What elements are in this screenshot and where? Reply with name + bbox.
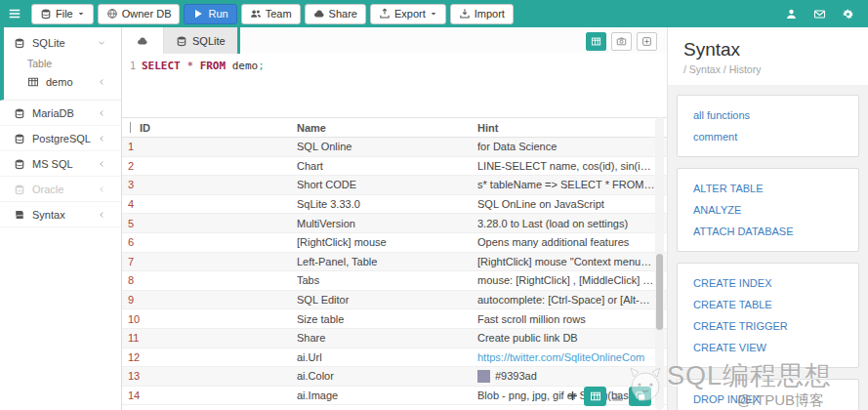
sql-editor[interactable]: 1 SELECT * FROM demo; (122, 54, 667, 117)
cell-id: 14 (122, 390, 297, 401)
cell-id: 3 (122, 179, 297, 190)
table-row[interactable]: 3Short CODEs* tableName => SELECT * FROM… (122, 176, 667, 195)
table-row[interactable]: 2ChartLINE-SELECT name, cos(id), sin(id)… (122, 157, 667, 177)
copy-icon (635, 390, 646, 402)
cell-name: Tabs (297, 274, 477, 286)
export-button[interactable]: Export (370, 4, 446, 24)
team-button[interactable]: Team (241, 4, 301, 24)
share-button[interactable]: Share (305, 4, 366, 24)
syntax-link-alter-table[interactable]: ALTER TABLE (693, 178, 858, 199)
breadcrumb-link-syntax[interactable]: Syntax (689, 63, 721, 75)
chevron-left-icon (97, 184, 106, 194)
scrollbar-thumb[interactable] (656, 254, 663, 330)
run-button[interactable]: Run (184, 4, 236, 24)
column-header-hint[interactable]: Hint (477, 122, 667, 134)
cell-name: SQL Editor (297, 294, 477, 306)
sidebar-database-list: MariaDBPostgreSQLMS SQLOracleSyntax (0, 101, 121, 227)
sidebar-item-sqlite[interactable]: SQLite (4, 31, 121, 55)
mail-icon[interactable] (813, 8, 826, 20)
cell-id: 6 (122, 236, 297, 248)
panel-title: Syntax (683, 39, 868, 61)
table-row[interactable]: 13ai.Color#9393ad (122, 367, 667, 387)
cell-id: 7 (122, 256, 297, 267)
sidebar-item-ms-sql[interactable]: MS SQL (0, 151, 121, 177)
cell-id: 8 (122, 274, 297, 286)
syntax-link-create-trigger[interactable]: CREATE TRIGGER (693, 315, 858, 337)
results-scrollbar[interactable] (655, 117, 664, 410)
syntax-link-create-view[interactable]: CREATE VIEW (693, 337, 858, 358)
database-icon (176, 35, 187, 47)
column-header-id[interactable]: ID (138, 122, 297, 134)
syntax-link-create-table[interactable]: CREATE TABLE (693, 294, 858, 315)
syntax-link-all-functions[interactable]: all functions (693, 104, 858, 126)
add-button[interactable] (637, 32, 657, 51)
syntax-link-attach-database[interactable]: ATTACH DATABASE (693, 221, 858, 242)
table-row[interactable]: 9SQL Editorautocomplete: [Ctrl-Space] or… (122, 291, 667, 310)
users-icon (250, 8, 262, 20)
play-icon (192, 8, 204, 20)
sidebar-active-database: SQLite Table demo (0, 27, 121, 101)
chart-view-button[interactable] (611, 390, 624, 404)
cell-hint: Create public link DB (477, 332, 667, 344)
sidebar-item-oracle[interactable]: Oracle (0, 177, 121, 202)
syntax-link-analyze[interactable]: ANALYZE (693, 199, 858, 221)
database-icon (14, 184, 25, 195)
sidebar-item-postgresql[interactable]: PostgreSQL (0, 126, 121, 151)
sidebar-item-syntax[interactable]: Syntax (0, 202, 121, 227)
table-list: demo (4, 70, 121, 94)
owner-db-button[interactable]: Owner DB (98, 4, 181, 24)
syntax-link-drop-index[interactable]: DROP INDEX (693, 389, 858, 410)
cell-name: Chart (297, 160, 477, 172)
tab-sqlite[interactable]: SQLite (163, 27, 237, 54)
sidebar-item-demo[interactable]: demo (4, 70, 121, 94)
plussq-icon (641, 36, 652, 47)
table-row[interactable]: 7Left-Panel, Table[RightClick] mouse "Co… (122, 253, 667, 272)
table-row[interactable]: 4SqLite 3.33.0SQL OnLine on JavaScript (122, 195, 667, 215)
table-row[interactable]: 1SQL Onlinefor Data Science (122, 138, 667, 157)
tab-label: SQLite (192, 35, 226, 47)
table-icon (590, 390, 601, 402)
table-row[interactable]: 5MultiVersion3.28.0 to Last (load on set… (122, 214, 667, 233)
database-icon (14, 37, 25, 49)
syntax-link-comment[interactable]: comment (693, 126, 858, 147)
grid-view-button[interactable] (584, 387, 606, 406)
results-header: ID Name Hint (122, 117, 667, 138)
table-row[interactable]: 6[RightClick] mouseOpens many additional… (122, 233, 667, 253)
cell-hint: #9393ad (477, 370, 667, 383)
sidebar-item-mariadb[interactable]: MariaDB (0, 101, 121, 126)
chevron-left-icon (97, 108, 106, 118)
breadcrumb-link-history[interactable]: History (729, 63, 762, 75)
table-row[interactable]: 8Tabsmouse: [RightClick] , [MiddleClick]… (122, 271, 667, 291)
file-button[interactable]: File (31, 4, 94, 24)
table-row[interactable]: 10Size tableFast scroll million rows (122, 309, 667, 329)
cell-hint: for Data Science (477, 141, 667, 152)
camera-button[interactable] (611, 32, 632, 51)
table-row[interactable]: 12ai.Urlhttps://twitter.com/SqliteOnline… (122, 348, 667, 368)
cell-id: 2 (122, 160, 297, 172)
toolbar-buttons: FileOwner DBRunTeamShareExportImport (31, 4, 514, 24)
grid-button[interactable] (586, 32, 606, 51)
cell-hint-link[interactable]: https://twitter.com/SqliteOnlineCom (477, 351, 667, 363)
syntax-link-create-index[interactable]: CREATE INDEX (693, 272, 858, 294)
cell-id: 12 (122, 351, 297, 363)
import-button[interactable]: Import (450, 4, 514, 24)
database-icon (40, 8, 52, 20)
chevron-left-icon (97, 77, 106, 87)
database-icon (14, 158, 25, 170)
column-header-name[interactable]: Name (297, 122, 477, 134)
tab-cloud[interactable] (122, 27, 163, 54)
cell-hint: LINE-SELECT name, cos(id), sin(id) FROM … (477, 160, 667, 172)
cell-id: 9 (122, 294, 297, 306)
chevron-down-icon[interactable] (97, 38, 106, 48)
user-icon[interactable] (785, 8, 798, 20)
cell-hint: 3.28.0 to Last (load on settings) (477, 218, 667, 229)
add-row-button[interactable] (566, 390, 579, 404)
gear-icon[interactable] (842, 8, 854, 20)
cell-hint: SQL OnLine on JavaScript (477, 198, 667, 210)
cell-id: 5 (122, 218, 297, 229)
copy-result-button[interactable] (629, 387, 651, 406)
camera-icon (616, 36, 627, 47)
menu-icon[interactable] (8, 7, 21, 20)
table-row[interactable]: 11ShareCreate public link DB (122, 329, 667, 348)
export-icon (379, 8, 391, 20)
